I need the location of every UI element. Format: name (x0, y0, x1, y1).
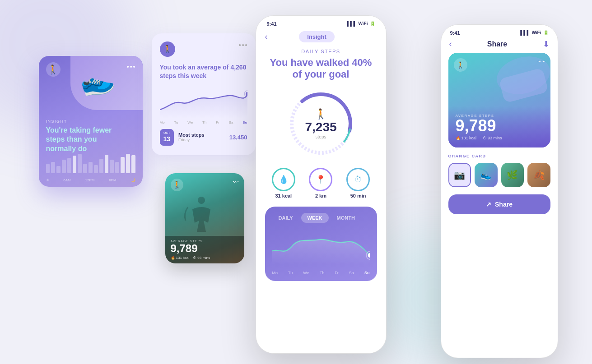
tab-month[interactable]: MONTH (331, 213, 361, 223)
insight-label: INSIGHT (46, 119, 67, 124)
steps-average-text: You took an average of 4,260 steps this … (160, 63, 247, 81)
back-button[interactable]: ‹ (265, 32, 268, 41)
thumb-camera[interactable]: 📷 (448, 163, 471, 187)
oct-badge: OCT 13 (160, 129, 174, 146)
insight-card: 🚶 ••• INSIGHT You're taking fewer steps … (39, 56, 143, 187)
right-status-time: 9:41 (450, 30, 460, 36)
stats-row: 🔥 131 kcal ⏱ 93 mins (171, 256, 239, 260)
most-steps-count: 13,450 (229, 134, 247, 141)
right-nav-row: ‹ Share ⬇ (441, 36, 558, 53)
status-time: 9:41 (267, 21, 277, 27)
brand-icon: 〰 (233, 179, 239, 186)
svg-point-0 (246, 92, 247, 96)
weekly-chart-card: DAILY WEEK MONTH (265, 207, 377, 281)
kcal-metric: 💧 31 kcal (272, 168, 295, 198)
steps-label: steps (305, 134, 336, 139)
min-circle: ⏱ (346, 168, 370, 191)
insight-text: You're taking fewer steps than you norma… (46, 126, 118, 154)
thumb-sneaker[interactable]: 👟 (475, 163, 497, 187)
time-labels: ☀6AM12PM6PM🌙 (46, 178, 135, 182)
hero-walk-icon: 🚶 (454, 58, 467, 72)
status-bar: 9:41 ▌▌▌WiFi🔋 (256, 16, 386, 27)
change-card-label: CHANGE CARD (448, 154, 550, 158)
right-phone: 9:41 ▌▌▌WiFi🔋 ‹ Share ⬇ 🚶 〰 AVERAGE STEP… (441, 24, 558, 358)
thumb-nature[interactable]: 🌿 (501, 163, 524, 187)
circle-walk-icon: 🚶 (305, 108, 336, 120)
image-steps-card: 🚶 〰 AVERAGE STEPS 9,789 🔥 131 kcal ⏱ 93 … (165, 173, 244, 263)
most-steps-info: Most steps Friday (178, 132, 225, 142)
km-circle: 📍 (309, 168, 332, 191)
kcal-circle: 💧 (272, 168, 295, 191)
svg-point-2 (198, 197, 205, 204)
min-metric: ⏱ 50 min (346, 168, 370, 198)
hero-share-card: 🚶 〰 AVERAGE STEPS 9,789 🔥 131 kcal ⏱ 93 … (448, 53, 550, 147)
phone-content: DAILY STEPS You have walked 40% of your … (256, 49, 386, 281)
metrics-row: 💧 31 kcal 📍 2 km ⏱ 50 min (265, 168, 377, 198)
steps-average-card: 🚶 ••• You took an average of 4,260 steps… (152, 33, 256, 155)
most-steps-row: OCT 13 Most steps Friday 13,450 (160, 129, 247, 146)
right-status-bar: 9:41 ▌▌▌WiFi🔋 (441, 25, 558, 36)
hero-stats-row: 🔥 131 kcal ⏱ 93 mins (456, 136, 543, 140)
right-status-icons: ▌▌▌WiFi🔋 (520, 30, 548, 35)
km-value: 2 km (309, 193, 332, 198)
walk-icon-3: 🚶 (171, 179, 183, 191)
status-icons: ▌▌▌WiFi🔋 (347, 21, 375, 26)
tab-daily[interactable]: DAILY (272, 213, 299, 223)
steps-line-chart (160, 87, 247, 119)
walk-icon-2: 🚶 (160, 41, 175, 57)
km-metric: 📍 2 km (309, 168, 332, 198)
card-bottom-info: AVERAGE STEPS 9,789 🔥 131 kcal ⏱ 93 mins (165, 236, 244, 263)
daily-steps-label: DAILY STEPS (265, 49, 377, 54)
walk-icon: 🚶 (46, 62, 61, 77)
hero-brand-icon: 〰 (538, 58, 545, 66)
kcal-value: 31 kcal (272, 193, 295, 198)
goal-text: You have walked 40% of your goal (265, 57, 377, 81)
hero-avg-number: 9,789 (456, 118, 543, 134)
mins-stat: ⏱ 93 mins (193, 256, 210, 260)
circle-center: 🚶 7,235 steps (305, 108, 336, 139)
menu-dots-button[interactable]: ••• (127, 63, 136, 70)
change-card-section: CHANGE CARD 📷 👟 🌿 🍂 (441, 147, 558, 187)
card-thumbnails: 📷 👟 🌿 🍂 (448, 163, 550, 187)
hero-kcal: 🔥 131 kcal (456, 136, 477, 140)
menu-dots-2[interactable]: ••• (239, 41, 248, 49)
steps-circle: 🚶 7,235 steps (265, 88, 377, 160)
share-title: Share (487, 40, 507, 48)
hero-mins: ⏱ 93 mins (483, 136, 502, 140)
bar-chart (46, 153, 135, 173)
tab-week[interactable]: WEEK (301, 213, 329, 223)
min-value: 50 min (346, 193, 370, 198)
main-phone: 9:41 ▌▌▌WiFi🔋 ‹ Insight DAILY STEPS You … (256, 15, 387, 354)
chart-days: MoTuWeThFrSaSu (272, 271, 370, 275)
chart-area (272, 228, 370, 269)
kcal-stat: 🔥 131 kcal (171, 256, 190, 260)
nav-row: ‹ Insight (256, 27, 386, 47)
avg-steps-number: 9,789 (171, 243, 239, 254)
chart-tabs: DAILY WEEK MONTH (272, 213, 370, 223)
insight-badge: Insight (299, 31, 335, 42)
right-back-button[interactable]: ‹ (449, 39, 452, 49)
day-labels: MoTuWeThFrSaSu (160, 120, 247, 124)
share-button[interactable]: ↗ Share (448, 194, 550, 214)
hero-bottom-info: AVERAGE STEPS 9,789 🔥 131 kcal ⏱ 93 mins (448, 106, 550, 147)
download-button[interactable]: ⬇ (543, 39, 550, 49)
steps-number: 7,235 (305, 121, 336, 134)
thumb-brown[interactable]: 🍂 (527, 163, 550, 187)
